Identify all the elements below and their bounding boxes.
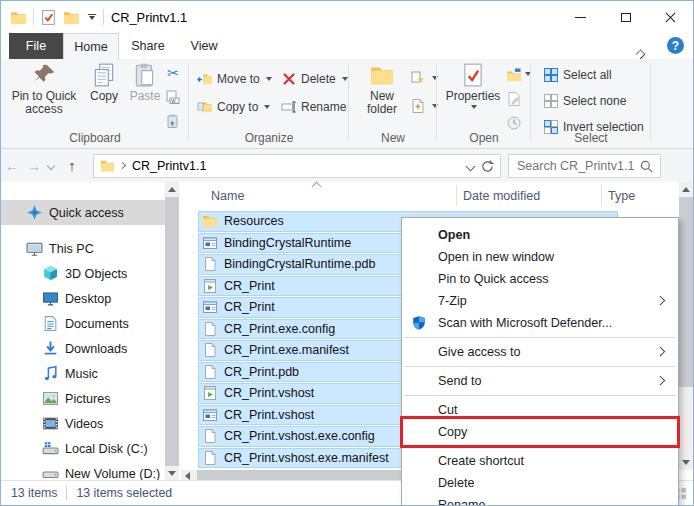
dll-icon	[202, 407, 218, 423]
context-menu-item-rename[interactable]: Rename	[402, 494, 678, 506]
address-bar[interactable]: CR_Printv1.1	[93, 154, 501, 178]
sidebar-item-3d-objects[interactable]: 3D Objects	[1, 261, 165, 286]
move-to-button[interactable]: Move to	[197, 69, 272, 89]
cut-icon[interactable]: ✂	[164, 64, 182, 82]
sidebar-item-videos[interactable]: Videos	[1, 411, 165, 436]
back-icon[interactable]: ←	[1, 158, 23, 174]
scroll-up-icon[interactable]	[682, 187, 690, 192]
context-menu-item-open-in-new-window[interactable]: Open in new window	[402, 246, 678, 268]
search-icon[interactable]	[639, 159, 654, 174]
quick-access-icon	[26, 204, 43, 221]
close-button[interactable]	[648, 1, 693, 33]
menu-separator	[404, 366, 676, 367]
tab-view[interactable]: View	[177, 33, 231, 59]
sidebar-item-downloads[interactable]: Downloads	[1, 336, 165, 361]
new-folder-qat-icon[interactable]	[63, 9, 80, 26]
scrollbar-thumb[interactable]	[679, 197, 693, 387]
forward-icon[interactable]: →	[23, 158, 45, 174]
scroll-down-icon[interactable]	[682, 460, 690, 465]
explorer-folder-icon	[10, 9, 27, 26]
sidebar-item-music[interactable]: Music	[1, 361, 165, 386]
file-name: CR_Print.vshost	[224, 408, 314, 422]
tab-file[interactable]: File	[9, 33, 63, 59]
button-label: Move to	[217, 72, 260, 86]
doc-icon	[202, 342, 218, 358]
button-label: Copy	[90, 90, 118, 103]
sidebar-scrollbar[interactable]	[165, 182, 179, 481]
scroll-down-icon[interactable]	[168, 471, 176, 476]
sidebar-item-desktop[interactable]: Desktop	[1, 286, 165, 311]
recent-locations-icon[interactable]	[45, 163, 57, 169]
paste-shortcut-icon[interactable]	[164, 112, 182, 130]
search-input[interactable]: Search CR_Printv1.1	[508, 154, 661, 178]
paste-button[interactable]: Paste	[125, 62, 165, 103]
column-header-type[interactable]: Type	[608, 189, 635, 203]
column-header-name[interactable]: Name	[211, 189, 244, 203]
sidebar-item-label: Local Disk (C:)	[65, 442, 148, 456]
new-folder-button[interactable]: New folder	[355, 62, 409, 116]
group-label-organize: Organize	[189, 131, 349, 145]
sidebar-item-local-disk-c[interactable]: Local Disk (C:)	[1, 436, 165, 461]
file-name: CR_Print.exe.config	[224, 322, 335, 336]
sidebar-item-quick-access[interactable]: Quick access	[1, 200, 165, 225]
copy-path-icon[interactable]: W..	[164, 88, 182, 106]
sidebar-item-this-pc[interactable]: This PC	[1, 236, 165, 261]
menu-item-label: Pin to Quick access	[438, 272, 549, 286]
context-menu-item-pin-to-quick-access[interactable]: Pin to Quick access	[402, 268, 678, 290]
column-header-date-modified[interactable]: Date modified	[463, 189, 540, 203]
context-menu-item-open[interactable]: Open	[402, 224, 678, 246]
column-divider[interactable]	[456, 185, 457, 206]
copy-button[interactable]: Copy	[84, 62, 124, 103]
music-icon	[42, 365, 59, 382]
context-menu-item-copy[interactable]: Copy	[402, 421, 678, 443]
menu-item-label: Rename	[438, 498, 486, 506]
column-divider[interactable]	[601, 185, 602, 206]
tab-home[interactable]: Home	[63, 33, 119, 60]
sidebar-item-label: New Volume (D:)	[65, 467, 160, 481]
properties-qat-icon[interactable]	[40, 9, 57, 26]
scrollbar-thumb[interactable]	[165, 197, 179, 466]
context-menu-item-7-zip[interactable]: 7-Zip	[402, 290, 678, 312]
easy-access-button[interactable]	[410, 68, 438, 88]
new-item-button[interactable]	[410, 96, 438, 116]
sidebar-item-pictures[interactable]: Pictures	[1, 386, 165, 411]
menu-item-label: Delete	[438, 476, 474, 490]
tab-share[interactable]: Share	[119, 33, 177, 59]
dll-icon	[202, 235, 218, 251]
copy-to-button[interactable]: Copy to	[197, 97, 270, 117]
refresh-icon[interactable]	[480, 159, 495, 174]
customize-qat-dropdown-icon[interactable]	[86, 14, 97, 20]
new-folder-icon	[369, 62, 395, 88]
status-divider	[66, 486, 67, 500]
column-headers: Name Date modified Type	[181, 182, 679, 209]
scroll-left-icon[interactable]	[185, 472, 190, 480]
pin-to-quick-access-button[interactable]: Pin to Quick access	[6, 62, 82, 116]
edit-button[interactable]	[505, 90, 523, 108]
minimize-ribbon-icon[interactable]	[649, 41, 659, 49]
context-menu-item-delete[interactable]: Delete	[402, 472, 678, 494]
sidebar-item-new-volume-d[interactable]: New Volume (D:)	[1, 461, 165, 481]
context-menu-item-scan-with-microsoft-defender[interactable]: Scan with Microsoft Defender...	[402, 312, 678, 334]
sidebar-item-documents[interactable]: Documents	[1, 311, 165, 336]
app-icon	[202, 278, 218, 294]
rename-button[interactable]: Rename	[281, 97, 346, 117]
filelist-vertical-scrollbar[interactable]	[679, 182, 693, 470]
button-label: New folder	[355, 90, 409, 116]
qat-divider	[103, 9, 104, 25]
open-button[interactable]	[505, 66, 523, 84]
history-button[interactable]	[505, 114, 523, 132]
context-menu-item-send-to[interactable]: Send to	[402, 370, 678, 392]
desktop-icon	[42, 290, 59, 307]
context-menu-item-give-access-to[interactable]: Give access to	[402, 341, 678, 363]
context-menu-item-create-shortcut[interactable]: Create shortcut	[402, 450, 678, 472]
delete-button[interactable]: Delete	[281, 69, 348, 89]
help-icon[interactable]: ?	[667, 37, 684, 54]
maximize-button[interactable]	[603, 1, 648, 33]
minimize-button[interactable]	[558, 1, 603, 33]
select-all-button[interactable]: Select all	[543, 65, 612, 85]
properties-button[interactable]: Properties	[445, 62, 501, 109]
scroll-up-icon[interactable]	[168, 187, 176, 192]
address-dropdown-icon[interactable]	[466, 161, 476, 171]
select-none-button[interactable]: Select none	[543, 91, 626, 111]
up-icon[interactable]: ↑	[57, 157, 87, 174]
